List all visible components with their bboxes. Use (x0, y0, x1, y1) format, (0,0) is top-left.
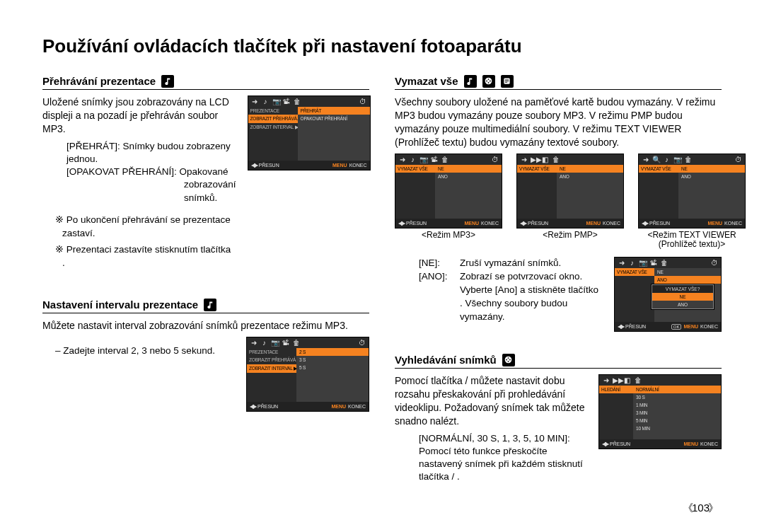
film-icon (482, 75, 495, 88)
bullet: – Zadejte interval 2, 3 nebo 5 sekund. (55, 344, 235, 358)
lcd-screenshot-mp3: ♪📷📽🗑⏱ VYMAZAT VŠE NE ANO PŘESUN (395, 154, 502, 229)
arrows-icon (250, 403, 255, 410)
page-title: Používání ovládacích tlačítek při nastav… (42, 35, 722, 57)
music-note-icon (204, 299, 216, 311)
mode-label: <Režim PMP> (543, 231, 597, 241)
mode-label: <Režim TEXT VIEWER (Prohlížeč textu)> (638, 231, 746, 250)
bullet: ※ Po ukončení přehrávání se prezentace z… (55, 213, 236, 241)
ok-icon: OK (671, 324, 682, 330)
section-label: Vymazat vše (395, 75, 458, 87)
music-note-icon (161, 75, 174, 88)
section-label: Nastavení intervalu prezentace (42, 299, 198, 311)
bullet: ※ Prezentaci zastavíte stisknutím tlačít… (55, 243, 236, 270)
arrows-icon (618, 323, 623, 330)
mode-label: <Režim MP3> (422, 231, 475, 241)
lcd-screenshot-search: ▶▶◧🗑 HLEDÁNÍ NORMÁLNÍ 30 S 1 MIN 3 MIN 5… (598, 374, 722, 449)
music-note-icon (464, 75, 477, 88)
arrows-icon (398, 220, 404, 226)
section-delete-all-title: Vymazat vše (395, 74, 722, 90)
arrows-icon (520, 220, 526, 226)
arrows-icon (251, 162, 257, 168)
section-slideshow-interval-title: Nastavení intervalu prezentace (42, 298, 369, 313)
section-intro: Uložené snímky jsou zobrazovány na LCD d… (42, 96, 236, 136)
section-label: Vyhledávání snímků (395, 354, 497, 366)
arrows-icon (602, 441, 608, 447)
lcd-screenshot-textviewer: 🔍♪📷🗑⏱ VYMAZAT VŠE NE ANO PŘESUN (638, 154, 746, 229)
section-intro: Pomocí tlačítka / můžete nastavit dobu r… (395, 374, 587, 428)
film-icon (502, 354, 515, 366)
arrows-icon (642, 220, 647, 226)
section-frame-search-title: Vyhledávání snímků (395, 353, 722, 369)
text-viewer-icon (501, 75, 514, 88)
section-intro: Všechny soubory uložené na paměťové kart… (395, 96, 722, 149)
section-intro: Můžete nastavit interval zobrazování sní… (42, 319, 369, 332)
section-label: Přehrávání prezentace (42, 75, 156, 87)
lcd-screenshot-confirm: ♪📷📽🗑⏱ VYMAZAT VŠE NE ANO VYMAZAT VŠE? NE (614, 257, 722, 332)
lcd-screenshot: ♪📷📽🗑⏱ PREZENTACE ZOBRAZIT PŘEHRÁVÁ.▶ ZOB… (246, 337, 369, 412)
lcd-screenshot-pmp: ▶▶◧🗑 VYMAZAT VŠE NE ANO PŘESUN (516, 154, 624, 229)
page-number: 103 (683, 502, 719, 515)
section-slideshow-play-title: Přehrávání prezentace (42, 74, 369, 90)
right-column: Vymazat vše Všechny soubory uložené na p… (395, 74, 722, 484)
confirm-dialog: VYMAZAT VŠE? NE ANO (652, 284, 714, 309)
lcd-screenshot: ♪📷📽🗑⏱ PREZENTACE ZOBRAZIT PŘEHRÁVÁ.▶ ZOB… (248, 96, 371, 170)
left-column: Přehrávání prezentace Uložené snímky jso… (42, 74, 369, 484)
